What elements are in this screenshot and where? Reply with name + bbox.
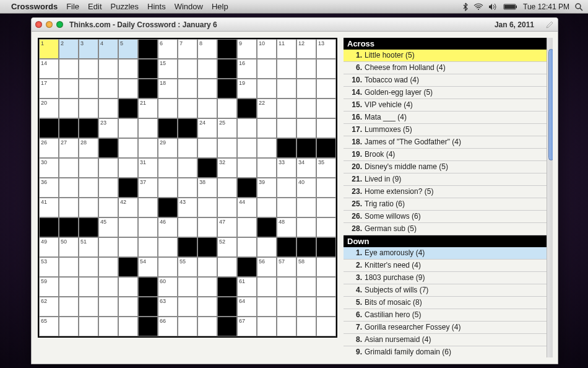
cell-6-6[interactable] [158, 158, 178, 178]
clue-20[interactable]: 20.Disney's middle name (5) [344, 161, 553, 173]
clue-21[interactable]: 21.Lived in (9) [344, 173, 553, 186]
pencil-icon[interactable] [545, 20, 554, 29]
cell-7-7[interactable] [178, 178, 197, 198]
cell-6-0[interactable]: 30 [39, 158, 59, 178]
clue-15[interactable]: 15.VIP vehicle (4) [344, 99, 553, 112]
cell-14-11[interactable] [257, 317, 277, 336]
cell-4-10[interactable] [237, 118, 257, 138]
cell-13-13[interactable] [296, 297, 316, 317]
cell-11-1[interactable] [59, 257, 79, 277]
cell-5-8[interactable] [197, 138, 217, 158]
cell-14-1[interactable] [59, 317, 79, 336]
cell-5-1[interactable]: 27 [59, 138, 79, 158]
cell-1-10[interactable]: 16 [237, 59, 257, 79]
bluetooth-icon[interactable] [462, 2, 469, 11]
clue-6[interactable]: 6.Castilian hero (5) [344, 309, 553, 322]
cell-9-13[interactable] [296, 217, 316, 237]
cell-8-2[interactable] [79, 198, 98, 217]
cell-9-8[interactable] [197, 217, 217, 237]
cell-11-9[interactable] [217, 257, 237, 277]
clue-5[interactable]: 5.Bits of mosaic (8) [344, 297, 553, 309]
cell-11-3[interactable] [98, 257, 118, 277]
cell-12-2[interactable] [79, 277, 98, 297]
cell-0-10[interactable]: 9 [237, 39, 257, 59]
cell-9-12[interactable]: 48 [277, 217, 296, 237]
cell-14-10[interactable]: 67 [237, 317, 257, 336]
cell-7-11[interactable]: 39 [257, 178, 277, 198]
cell-10-1[interactable]: 50 [59, 237, 79, 257]
cell-12-0[interactable]: 59 [39, 277, 59, 297]
cell-2-7[interactable] [178, 79, 197, 99]
clue-19[interactable]: 19.Brook (4) [344, 149, 553, 161]
cell-10-5[interactable] [138, 237, 158, 257]
cell-3-9[interactable] [217, 99, 237, 118]
cell-6-3[interactable] [98, 158, 118, 178]
cell-12-10[interactable]: 61 [237, 277, 257, 297]
cell-11-14[interactable] [316, 257, 336, 277]
cell-0-13[interactable]: 12 [296, 39, 316, 59]
clock[interactable]: Tue 12:41 PM [523, 2, 569, 11]
cell-0-12[interactable]: 11 [277, 39, 296, 59]
cell-14-14[interactable] [316, 317, 336, 336]
cell-14-2[interactable] [79, 317, 98, 336]
cell-3-5[interactable]: 21 [138, 99, 158, 118]
cell-0-7[interactable]: 7 [178, 39, 197, 59]
cell-3-3[interactable] [98, 99, 118, 118]
cell-3-13[interactable] [296, 99, 316, 118]
clues-scrollbar[interactable] [547, 38, 553, 357]
cell-3-1[interactable] [59, 99, 79, 118]
clue-16[interactable]: 16.Mata ___ (4) [344, 112, 553, 124]
cell-8-5[interactable] [138, 198, 158, 217]
cell-14-7[interactable] [178, 317, 197, 336]
cell-1-14[interactable] [316, 59, 336, 79]
cell-13-12[interactable] [277, 297, 296, 317]
cell-5-0[interactable]: 26 [39, 138, 59, 158]
cell-14-13[interactable] [296, 317, 316, 336]
cell-6-2[interactable] [79, 158, 98, 178]
cell-8-9[interactable] [217, 198, 237, 217]
volume-icon[interactable] [488, 2, 498, 11]
battery-icon[interactable] [503, 2, 518, 11]
cell-0-14[interactable]: 13 [316, 39, 336, 59]
scroll-thumb[interactable] [548, 49, 553, 160]
cell-0-4[interactable]: 5 [118, 39, 138, 59]
cell-4-14[interactable] [316, 118, 336, 138]
cell-4-3[interactable]: 23 [98, 118, 118, 138]
clue-4[interactable]: 4.Subjects of wills (7) [344, 284, 553, 297]
cell-2-8[interactable] [197, 79, 217, 99]
cell-14-3[interactable] [98, 317, 118, 336]
clue-26[interactable]: 26.Some willows (6) [344, 211, 553, 223]
cell-13-4[interactable] [118, 297, 138, 317]
cell-14-6[interactable]: 66 [158, 317, 178, 336]
clue-10[interactable]: 10.Tobacco wad (4) [344, 74, 553, 87]
cell-2-4[interactable] [118, 79, 138, 99]
cell-9-10[interactable] [237, 217, 257, 237]
cell-11-0[interactable]: 53 [39, 257, 59, 277]
cell-2-11[interactable] [257, 79, 277, 99]
cell-7-2[interactable] [79, 178, 98, 198]
cell-13-10[interactable]: 64 [237, 297, 257, 317]
cell-2-13[interactable] [296, 79, 316, 99]
cell-9-6[interactable]: 46 [158, 217, 178, 237]
cell-12-7[interactable] [178, 277, 197, 297]
cell-0-1[interactable]: 2 [59, 39, 79, 59]
cell-6-11[interactable] [257, 158, 277, 178]
cell-13-2[interactable] [79, 297, 98, 317]
down-clue-list[interactable]: 1.Eye amorously (4)2.Knitter's need (4)3… [344, 247, 553, 357]
cell-2-12[interactable] [277, 79, 296, 99]
cell-11-11[interactable]: 56 [257, 257, 277, 277]
clue-6[interactable]: 6.Cheese from Holland (4) [344, 62, 553, 74]
cell-7-1[interactable] [59, 178, 79, 198]
cell-10-4[interactable] [118, 237, 138, 257]
cell-12-6[interactable]: 60 [158, 277, 178, 297]
cell-11-12[interactable]: 57 [277, 257, 296, 277]
cell-10-10[interactable] [237, 237, 257, 257]
cell-9-9[interactable]: 47 [217, 217, 237, 237]
cell-7-6[interactable] [158, 178, 178, 198]
cell-0-8[interactable]: 8 [197, 39, 217, 59]
cell-5-9[interactable] [217, 138, 237, 158]
cell-8-10[interactable]: 44 [237, 198, 257, 217]
cell-6-7[interactable] [178, 158, 197, 178]
cell-5-4[interactable] [118, 138, 138, 158]
cell-13-0[interactable]: 62 [39, 297, 59, 317]
